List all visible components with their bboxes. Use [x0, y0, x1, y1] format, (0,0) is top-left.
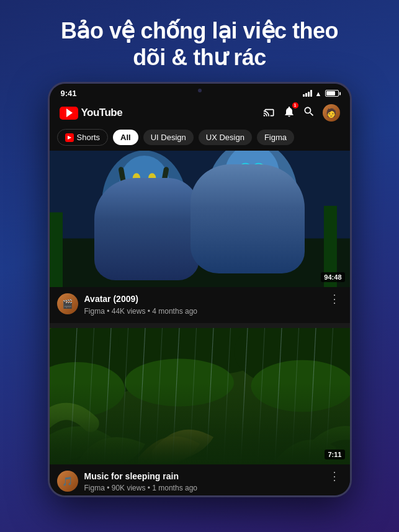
video-title-rain: Music for sleeping rain [84, 471, 320, 482]
category-chips: ▶ Shorts All UI Design UX Design Figma [50, 126, 350, 151]
svg-point-23 [251, 360, 350, 412]
svg-point-10 [224, 151, 279, 205]
user-avatar[interactable]: 🧑 [323, 104, 340, 122]
svg-point-9 [206, 151, 297, 252]
avatar-scene-art [50, 151, 350, 287]
chip-ux-design[interactable]: UX Design [199, 130, 252, 145]
channel-avatar-avatar[interactable]: 🎬 [57, 293, 78, 314]
headline: Bảo vệ chống lại việc theo dõi & thư rác [36, 0, 363, 82]
svg-point-6 [141, 186, 146, 190]
more-options-rain[interactable]: ⋮ [326, 471, 343, 482]
chip-figma-label: Figma [264, 133, 287, 142]
youtube-wordmark: YouTube [81, 107, 123, 119]
chip-shorts[interactable]: ▶ Shorts [57, 129, 109, 146]
rain-scene-art [50, 328, 350, 464]
cast-button[interactable] [263, 105, 276, 121]
video-meta-avatar: Avatar (2009) Figma • 44K views • 4 mont… [84, 293, 320, 315]
camera [198, 89, 202, 92]
tablet-device: 9:41 ▲ YouTube [48, 82, 352, 497]
headline-line1: Bảo vệ chống lại việc theo [61, 18, 338, 43]
svg-point-12 [256, 164, 266, 176]
video-card-avatar: 94:48 🎬 Avatar (2009) Figma • 44K views … [50, 151, 350, 321]
chip-all[interactable]: All [113, 130, 138, 145]
svg-point-4 [132, 174, 140, 184]
svg-rect-40 [50, 417, 350, 464]
svg-point-13 [248, 178, 255, 182]
shorts-icon: ▶ [65, 133, 74, 142]
svg-rect-1 [50, 239, 350, 287]
svg-point-5 [148, 174, 156, 184]
chip-all-label: All [120, 133, 131, 142]
chip-ui-design-label: UI Design [151, 133, 186, 142]
play-triangle [66, 109, 73, 117]
video-subtitle-avatar: Figma • 44K views • 4 months ago [84, 307, 320, 316]
more-options-avatar[interactable]: ⋮ [326, 293, 343, 304]
divider-1 [50, 323, 350, 328]
search-button[interactable] [303, 105, 315, 121]
status-icons: ▲ [303, 90, 339, 97]
video-duration-rain: 7:11 [325, 450, 344, 459]
video-thumbnail-avatar[interactable]: 94:48 [50, 151, 350, 287]
svg-point-22 [125, 358, 234, 406]
notification-badge: 1 [292, 102, 298, 109]
video-title-avatar: Avatar (2009) [84, 293, 320, 304]
video-card-rain: 7:11 🎵 Music for sleeping rain Figma • 9… [50, 328, 350, 496]
svg-rect-15 [50, 213, 63, 288]
youtube-logo: YouTube [60, 107, 123, 120]
svg-point-11 [238, 164, 248, 176]
wifi-icon: ▲ [315, 90, 322, 97]
youtube-icon [60, 107, 78, 120]
screen: 9:41 ▲ YouTube [50, 84, 350, 495]
notifications-button[interactable]: 1 [283, 105, 295, 121]
chip-shorts-label: Shorts [77, 133, 101, 142]
channel-avatar-rain[interactable]: 🎵 [57, 471, 78, 492]
youtube-header: YouTube 1 [50, 100, 350, 126]
video-info-rain: 🎵 Music for sleeping rain Figma • 90K vi… [50, 464, 350, 496]
video-info-avatar: 🎬 Avatar (2009) Figma • 44K views • 4 mo… [50, 287, 350, 321]
chip-figma[interactable]: Figma [257, 130, 294, 145]
battery-icon [325, 90, 339, 97]
svg-point-3 [119, 156, 169, 210]
chip-ux-design-label: UX Design [206, 133, 244, 142]
video-duration-avatar: 94:48 [321, 272, 344, 282]
video-feed[interactable]: 94:48 🎬 Avatar (2009) Figma • 44K views … [50, 151, 350, 495]
svg-rect-14 [239, 197, 265, 202]
chip-ui-design[interactable]: UI Design [143, 130, 194, 145]
signal-icon [303, 90, 312, 97]
status-time: 9:41 [61, 89, 77, 98]
video-subtitle-rain: Figma • 90K views • 1 months ago [84, 484, 320, 492]
video-thumbnail-rain[interactable]: 7:11 [50, 328, 350, 464]
headline-line2: dõi & thư rác [133, 45, 266, 70]
header-actions: 1 🧑 [263, 104, 340, 122]
video-meta-rain: Music for sleeping rain Figma • 90K view… [84, 471, 320, 492]
